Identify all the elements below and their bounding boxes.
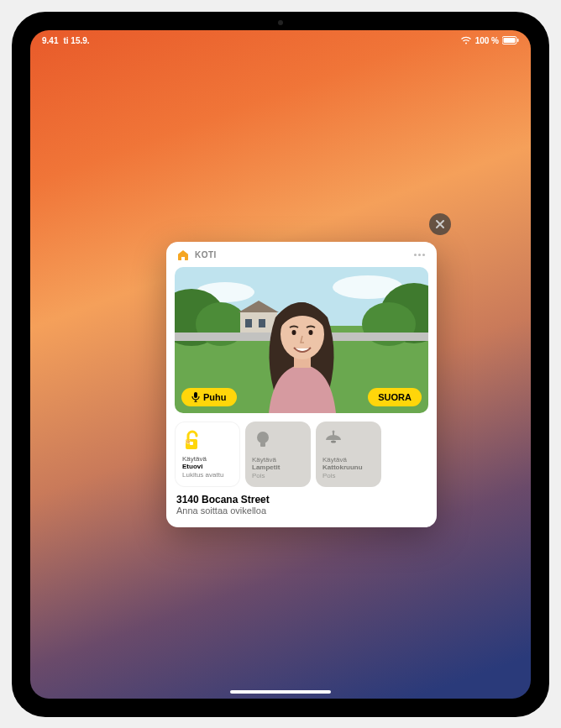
address-text: 3140 Bocana Street: [176, 494, 427, 505]
svg-rect-22: [190, 442, 193, 445]
tile-device-label: Kattokruunu: [322, 464, 375, 472]
svg-point-19: [309, 330, 313, 335]
live-badge: SUORA: [368, 388, 422, 406]
tile-front-door-lock[interactable]: ! Käytävä Etuovi Lukitus avattu: [175, 422, 240, 487]
talk-button[interactable]: Puhu: [181, 388, 237, 406]
svg-point-29: [331, 440, 336, 443]
status-date: ti 15.9.: [63, 36, 89, 45]
svg-rect-20: [194, 392, 197, 398]
svg-rect-13: [245, 319, 252, 327]
svg-text:!: !: [187, 439, 188, 443]
subtitle-text: Anna soittaa ovikelloa: [176, 505, 427, 516]
doorbell-camera-view[interactable]: Puhu SUORA: [175, 267, 428, 413]
status-time: 9.41: [42, 36, 58, 45]
svg-point-25: [257, 432, 269, 443]
tile-device-label: Lampetit: [252, 464, 304, 472]
svg-rect-26: [260, 443, 265, 447]
tile-status-label: Pois: [252, 472, 304, 480]
svg-rect-2: [517, 39, 519, 42]
svg-rect-14: [259, 319, 265, 327]
card-app-name: KOTI: [195, 250, 217, 259]
more-button[interactable]: [412, 254, 427, 257]
close-button[interactable]: [429, 213, 451, 235]
home-notification-card: KOTI: [166, 242, 437, 527]
home-indicator[interactable]: [230, 690, 331, 694]
chandelier-icon: [322, 428, 375, 450]
battery-icon: [502, 36, 519, 46]
card-footer: 3140 Bocana Street Anna soittaa ovikello…: [166, 494, 437, 527]
microphone-icon: [191, 392, 200, 402]
tile-room-label: Käytävä: [182, 456, 233, 464]
home-app-icon: [176, 249, 190, 262]
tile-status-label: Lukitus avattu: [182, 471, 233, 479]
tile-sconces[interactable]: Käytävä Lampetit Pois: [245, 422, 311, 487]
svg-rect-1: [504, 38, 516, 43]
status-bar: 9.41 ti 15.9. 100 %: [30, 30, 531, 49]
card-header: KOTI: [166, 242, 437, 267]
screen: 9.41 ti 15.9. 100 %: [30, 30, 531, 699]
tile-status-label: Pois: [322, 472, 375, 480]
accessory-tiles: ! Käytävä Etuovi Lukitus avattu: [166, 413, 437, 494]
svg-point-18: [292, 330, 296, 335]
talk-button-label: Puhu: [203, 392, 227, 402]
tile-room-label: Käytävä: [322, 457, 375, 464]
ipad-device-frame: 9.41 ti 15.9. 100 %: [12, 12, 549, 717]
tile-chandelier[interactable]: Käytävä Kattokruunu Pois: [316, 422, 381, 487]
wifi-icon: [460, 36, 472, 46]
bulb-icon: [252, 428, 304, 450]
svg-point-28: [333, 430, 335, 432]
tile-device-label: Etuovi: [182, 463, 233, 471]
battery-percentage: 100 %: [475, 36, 499, 45]
tile-room-label: Käytävä: [252, 457, 304, 464]
front-camera-dot: [278, 20, 283, 25]
live-badge-label: SUORA: [378, 392, 412, 402]
lock-open-icon: !: [182, 429, 233, 451]
close-icon: [435, 219, 445, 229]
